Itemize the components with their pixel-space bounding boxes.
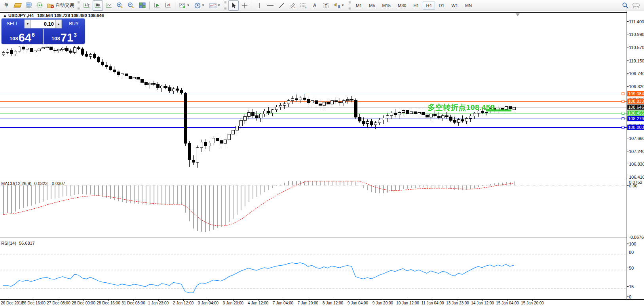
axis-tick	[627, 177, 629, 177]
volume-increase-button[interactable]: ▲	[55, 20, 62, 28]
cursor-button[interactable]	[228, 0, 239, 11]
buy-price[interactable]: 108 71 3	[44, 29, 85, 44]
sell-button[interactable]: SELL	[2, 21, 23, 27]
indicators-icon	[179, 2, 186, 9]
periods-button[interactable]: ▼	[192, 0, 207, 11]
text-label-button[interactable]: T	[321, 0, 331, 11]
search-button[interactable]	[620, 0, 630, 11]
time-tick-label: 15 Jan 04:00	[496, 301, 519, 305]
arrow-objects-button[interactable]: ▼	[332, 0, 347, 11]
axis-tick-label: 80	[629, 250, 634, 255]
chat-icon	[632, 2, 640, 8]
rsi-chart[interactable]	[0, 240, 627, 299]
axis-tick-label: 106.830	[629, 162, 644, 166]
macd-chart[interactable]	[0, 180, 627, 238]
trendline-button[interactable]	[276, 0, 287, 11]
axis-tick	[627, 297, 629, 297]
fibonacci-button[interactable]: F	[298, 0, 309, 11]
timeframe-D1[interactable]: D1	[436, 2, 448, 9]
axis-tick-label: 107.240	[629, 149, 644, 154]
axis-tick	[627, 286, 629, 287]
axis-tick-label: 110.150	[629, 59, 644, 63]
axis-tick	[627, 185, 629, 186]
axis-tick-label: 111.400	[629, 19, 644, 24]
indicators-button[interactable]: ▼	[177, 0, 192, 11]
macd-pane[interactable]: MACD(12,26,9) 0.0323 -0.0307	[0, 180, 627, 238]
price-axis[interactable]: 111.400110.990110.570110.150109.740109.3…	[627, 11, 644, 299]
time-tick-label: 28 Dec 16:00	[97, 301, 120, 305]
collapse-arrow-icon: ▲	[3, 13, 8, 18]
timeframe-H4[interactable]: H4	[423, 2, 435, 9]
line-chart-button[interactable]	[104, 0, 114, 11]
pivot-annotation-text[interactable]: 多空转折点108.458	[415, 102, 495, 113]
templates-button[interactable]: ▼	[207, 0, 222, 11]
time-tick-label: 7 Jan 20:00	[298, 301, 318, 305]
time-tick-label: 27 Dec 08:00	[47, 301, 70, 305]
axis-tick	[627, 244, 629, 244]
text-button[interactable]: A	[310, 0, 320, 11]
auto-trading-icon	[47, 3, 54, 8]
price-line-label: 109.084	[627, 91, 644, 96]
time-tick-label: 3 Jan 20:00	[223, 301, 243, 305]
timeframe-M1[interactable]: M1	[353, 2, 365, 9]
candlestick-chart-button[interactable]	[93, 0, 103, 11]
clock-icon	[194, 2, 201, 9]
zoom-out-button[interactable]	[126, 0, 136, 11]
equidistant-channel-button[interactable]: E	[287, 0, 298, 11]
gold-block-icon[interactable]	[12, 0, 23, 11]
axis-tick-label: 109.320	[629, 84, 644, 89]
axis-tick-label: -0.8676	[629, 235, 644, 240]
time-tick-label: 26 Dec 16:00	[22, 301, 46, 305]
crosshair-icon	[241, 2, 248, 9]
timeframe-M15[interactable]: M15	[379, 2, 394, 9]
candlestick-chart[interactable]	[0, 11, 627, 178]
chart-symbol: USDJPY-,H4	[8, 13, 34, 18]
macd-main-value: 0.0323	[34, 181, 47, 186]
tile-windows-button[interactable]	[137, 0, 147, 11]
volume-input[interactable]	[31, 21, 55, 27]
current-price-label: 108.646	[627, 105, 644, 110]
arrow-objects-icon	[334, 2, 340, 8]
shift-chart-button[interactable]	[163, 0, 173, 11]
volume-stepper: ▼ ▲	[24, 19, 62, 28]
toolbar-grip[interactable]	[224, 1, 226, 10]
horizontal-line-icon	[267, 3, 274, 8]
bar-chart-button[interactable]	[82, 0, 92, 11]
time-tick-label: 31 Dec 08:00	[122, 301, 145, 305]
time-tick-label: 4 Jan 12:00	[248, 301, 268, 305]
axis-tick	[627, 47, 629, 47]
toolbar-grip[interactable]	[78, 1, 80, 10]
terminal-icon[interactable]	[23, 0, 34, 11]
time-tick-label: 2 Jan 12:00	[173, 301, 194, 305]
time-tick-label: 9 Jan 20:00	[372, 301, 393, 305]
auto-trading-button[interactable]: 自动交易	[46, 0, 76, 11]
rsi-pane[interactable]: RSI(14) 56.6817	[0, 240, 627, 299]
buy-button[interactable]: BUY	[63, 21, 85, 27]
sell-price[interactable]: 108 64 6	[2, 29, 43, 44]
horizontal-line-button[interactable]	[265, 0, 275, 11]
candlestick-chart-icon	[95, 2, 101, 8]
new-order-button[interactable]: 单	[1, 0, 11, 11]
signal-icon[interactable]	[34, 0, 45, 11]
volume-decrease-button[interactable]: ▼	[25, 20, 31, 28]
time-axis[interactable]: 26 Dec 201826 Dec 16:0027 Dec 08:0028 De…	[0, 299, 644, 306]
toolbar-grip[interactable]	[349, 1, 351, 10]
timeframe-H1[interactable]: H1	[410, 2, 422, 9]
axis-tick	[627, 60, 629, 61]
timeframe-MN[interactable]: MN	[462, 2, 475, 9]
price-chart-pane[interactable]: ▲ USDJPY-,H4 108.564 108.728 108.480 108…	[0, 11, 627, 178]
crosshair-button[interactable]	[239, 0, 250, 11]
timeframe-M30[interactable]: M30	[395, 2, 409, 9]
timeframe-W1[interactable]: W1	[448, 2, 462, 9]
dropdown-arrow-icon: ▼	[187, 4, 190, 7]
vertical-line-button[interactable]	[254, 0, 264, 11]
scroll-position-marker[interactable]	[516, 13, 520, 16]
timeframe-M5[interactable]: M5	[366, 2, 378, 9]
one-click-trading-panel: SELL ▼ ▲ BUY 108 64 6 108 71 3	[1, 18, 85, 44]
svg-text:T: T	[325, 4, 327, 8]
chat-button[interactable]	[631, 0, 641, 11]
timeframe-bar: M1M5M15M30H1H4D1W1MN	[352, 2, 475, 9]
zoom-in-button[interactable]	[115, 0, 125, 11]
time-tick-label: 1 Jan 23:00	[148, 301, 169, 305]
auto-scroll-button[interactable]	[152, 0, 162, 11]
